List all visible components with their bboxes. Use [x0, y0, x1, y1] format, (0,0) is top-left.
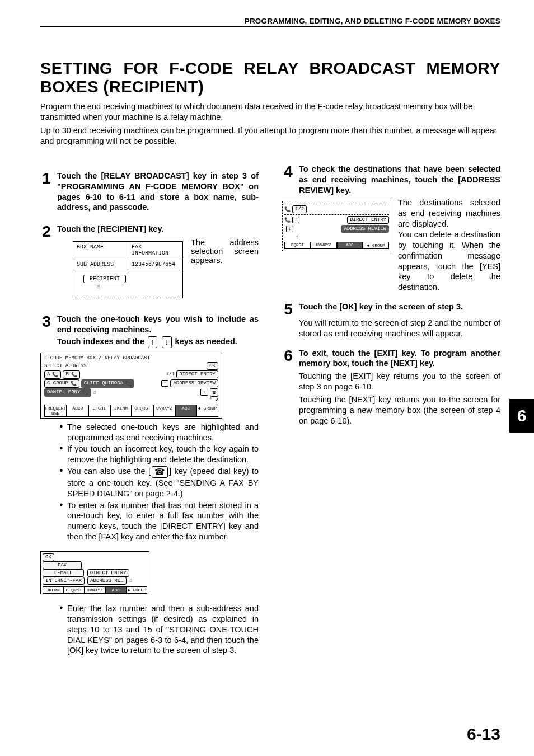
phone-icon: 📞 — [284, 217, 291, 223]
fig3-subtitle: SELECT ADDRESS. — [44, 363, 90, 369]
running-head: PROGRAMMING, EDITING, AND DELETING F-COD… — [40, 17, 500, 27]
step-3-last-bullet: Enter the fax number and then a sub-addr… — [59, 603, 259, 656]
step-2-heading: Touch the [RECIPIENT] key. — [57, 224, 259, 234]
index-tab[interactable]: FREQUENT USE — [44, 405, 67, 417]
step-4-text-a: The destinations selected as end receivi… — [398, 198, 500, 228]
hand-cursor-icon: ☝ — [97, 284, 100, 290]
index-tab[interactable]: PQRST — [284, 242, 311, 249]
hand-cursor-icon: ☝ — [296, 234, 298, 240]
recipient-panel-figure: BOX NAME FAX INFORMATION SUB ADDRESS 123… — [73, 241, 183, 298]
page-number: 6-13 — [467, 725, 500, 744]
up-arrow-icon: ↑ — [148, 336, 157, 348]
fig3-breadcrumb: F-CODE MEMORY BOX / RELAY BROADCAST — [44, 355, 218, 361]
index-tab[interactable]: OPQRST — [132, 405, 153, 417]
one-touch-a[interactable]: A 📞 — [44, 370, 61, 379]
intro-paragraph-2: Up to 30 end receiving machines can be p… — [40, 125, 500, 147]
sub-address-value: 123456/987654 — [128, 259, 182, 270]
address-review-button[interactable]: ADDRESS REVIEW — [341, 225, 389, 233]
step-number: 5 — [282, 302, 294, 339]
step-5-text: You will return to the screen of step 2 … — [299, 318, 500, 339]
index-tab[interactable]: JKLMN — [110, 405, 132, 417]
step-1-heading: Touch the [RELAY BROADCAST] key in step … — [57, 171, 259, 213]
star-2: * 2 — [209, 397, 218, 403]
direct-entry-button[interactable]: DIRECT ENTRY — [87, 569, 129, 577]
one-touch-cliff[interactable]: CLIFF QUIROGA 📞 — [81, 379, 134, 388]
step-number: 2 — [40, 224, 53, 304]
phone-icon: 📞 — [284, 206, 291, 213]
index-tab[interactable]: ◆ GROUP — [196, 405, 218, 417]
direct-entry-figure: OK FAX E-MAIL DIRECT ENTRY INTERNET-FAX … — [40, 551, 149, 594]
page-indicator: 1/2 — [292, 205, 307, 213]
internet-fax-button[interactable]: INTERNET-FAX — [43, 577, 85, 585]
index-tab[interactable]: OPQRST — [63, 587, 84, 594]
sub-address-label: SUB ADDRESS — [73, 259, 128, 270]
chapter-tab: 6 — [509, 399, 534, 433]
step-3-bullet: The selected one-touch keys are highligh… — [59, 422, 259, 443]
step-number: 4 — [282, 164, 294, 196]
step-3-bullet: You can also use the [☎] key (speed dial… — [59, 466, 259, 499]
step-number: 6 — [282, 348, 294, 426]
address-review-button[interactable]: ADDRESS RE… — [87, 577, 126, 585]
scroll-up-icon[interactable]: ↑ — [292, 217, 299, 223]
address-select-figure: F-CODE MEMORY BOX / RELAY BROADCAST SELE… — [40, 353, 222, 419]
step-5-heading: Touch the [OK] key in the screen of step… — [299, 302, 500, 312]
fax-info-label: FAX INFORMATION — [128, 242, 182, 259]
address-review-button[interactable]: ADDRESS REVIEW — [170, 379, 218, 387]
step-4-text-b: You can delete a destination by touching… — [398, 230, 500, 292]
step-2-text: The address selection screen appears. — [191, 238, 259, 265]
ok-button[interactable]: OK — [207, 362, 218, 370]
one-touch-cgroup[interactable]: C GROUP 📞 — [44, 379, 79, 388]
recipient-button[interactable]: RECIPIENT — [83, 275, 126, 283]
email-button[interactable]: E-MAIL — [43, 569, 84, 577]
speed-dial-key[interactable]: ☎ — [210, 388, 218, 397]
step-6-text-a: Touching the [EXIT] key returns you to t… — [299, 371, 500, 392]
page-title: SETTING FOR F-CODE RELAY BROADCAST MEMOR… — [40, 59, 500, 97]
index-tab[interactable]: UVWXYZ — [85, 587, 105, 594]
down-arrow-icon: ↓ — [162, 336, 171, 348]
step-4-heading: To check the destinations that have been… — [299, 164, 500, 196]
address-review-figure: 📞 1/2 📞 ↑ DIRECT ENTRY ↓ ADDRESS R — [282, 201, 391, 251]
step-3-bullet: If you touch an incorrect key, touch the… — [59, 444, 259, 465]
index-tab[interactable]: ABCD — [67, 405, 88, 417]
index-tab[interactable]: ABC — [175, 405, 197, 417]
step-6-heading: To exit, touch the [EXIT] key. To progra… — [299, 348, 500, 369]
step-3-heading-a: Touch the one-touch keys you wish to inc… — [57, 314, 259, 335]
one-touch-daniel[interactable]: DANIEL ERNY 📞 — [44, 388, 91, 397]
direct-entry-button[interactable]: DIRECT ENTRY — [176, 370, 218, 378]
page-indicator: 1/1 — [166, 372, 175, 377]
fax-button[interactable]: FAX — [43, 561, 82, 569]
ok-button[interactable]: OK — [43, 553, 54, 561]
index-tab[interactable]: UVWXYZ — [153, 405, 175, 417]
index-tab[interactable]: ◆ GROUP — [363, 242, 389, 249]
index-tab[interactable]: UVWXYZ — [311, 242, 337, 249]
step-number: 3 — [40, 314, 53, 348]
hand-cursor-icon: ☝ — [93, 389, 96, 396]
intro-paragraph-1: Program the end receiving machines to wh… — [40, 101, 500, 123]
step-number: 1 — [40, 171, 53, 213]
index-tab[interactable]: JKLMN — [43, 587, 63, 594]
scroll-up-icon[interactable]: ↑ — [161, 380, 168, 387]
hand-cursor-icon: ☝ — [129, 578, 132, 584]
index-tab[interactable]: ◆ GROUP — [127, 587, 147, 594]
step-3-heading-b: Touch indexes and the ↑ ↓ keys as needed… — [57, 336, 259, 348]
one-touch-b[interactable]: B 📞 — [63, 370, 79, 379]
speed-dial-icon: ☎ — [152, 466, 168, 478]
index-tab[interactable]: ABC — [105, 587, 126, 594]
step-6-text-b: Touching the [NEXT] key returns you to t… — [299, 395, 500, 426]
index-tab[interactable]: EFGHI — [88, 405, 110, 417]
direct-entry-button[interactable]: DIRECT ENTRY — [347, 216, 389, 224]
index-tab[interactable]: ABC — [337, 242, 363, 249]
step-3-bullet: To enter a fax number that has not been … — [59, 500, 259, 542]
scroll-down-icon[interactable]: ↓ — [200, 389, 208, 396]
box-name-label: BOX NAME — [73, 242, 128, 259]
scroll-down-icon[interactable]: ↓ — [286, 226, 293, 232]
